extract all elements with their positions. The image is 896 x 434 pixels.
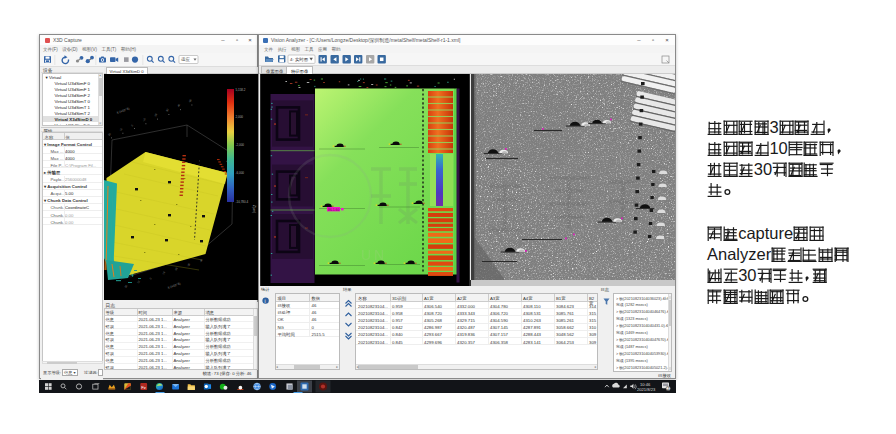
svg-text:0: 0: [129, 123, 133, 127]
svg-text:5,158.2: 5,158.2: [235, 88, 245, 92]
svg-text:-50: -50: [187, 98, 193, 104]
svg-text:4: 实时图: 4: 实时图: [290, 57, 308, 62]
svg-text:UN: UN: [361, 247, 387, 263]
svg-text:-30: -30: [164, 107, 170, 113]
svg-text:20: 20: [123, 284, 128, 289]
svg-text:10: 10: [118, 127, 123, 132]
svg-text:-20: -20: [152, 112, 158, 118]
svg-text:Fz: Fz: [141, 384, 146, 389]
svg-text:-40: -40: [175, 103, 181, 109]
svg-text:0: 0: [148, 276, 152, 280]
svg-text:-30: -30: [185, 262, 191, 268]
svg-text:X (x10^3): X (x10^3): [115, 107, 129, 115]
svg-text:-10: -10: [141, 117, 147, 123]
svg-text:-20: -20: [173, 266, 179, 272]
svg-text:-6,000: -6,000: [235, 171, 244, 175]
svg-text:86.1.60: 86.1.60: [328, 207, 339, 211]
svg-text:-10,780.4: -10,780.4: [235, 200, 248, 204]
svg-text:Z(um): Z(um): [252, 205, 256, 213]
svg-text:20: 20: [106, 132, 111, 137]
svg-text:适应: 适应: [181, 57, 190, 62]
svg-text:i: i: [265, 297, 266, 303]
svg-text:-40: -40: [198, 258, 204, 264]
svg-text:2021/8/23: 2021/8/23: [637, 387, 656, 392]
svg-text:-10: -10: [160, 270, 166, 276]
svg-text:-2,000: -2,000: [235, 143, 244, 147]
svg-text:VISION: VISION: [553, 261, 630, 275]
svg-text:10: 10: [135, 279, 140, 284]
svg-text:X (x10^3): X (x10^3): [166, 282, 180, 290]
svg-text:2,000: 2,000: [235, 115, 243, 119]
